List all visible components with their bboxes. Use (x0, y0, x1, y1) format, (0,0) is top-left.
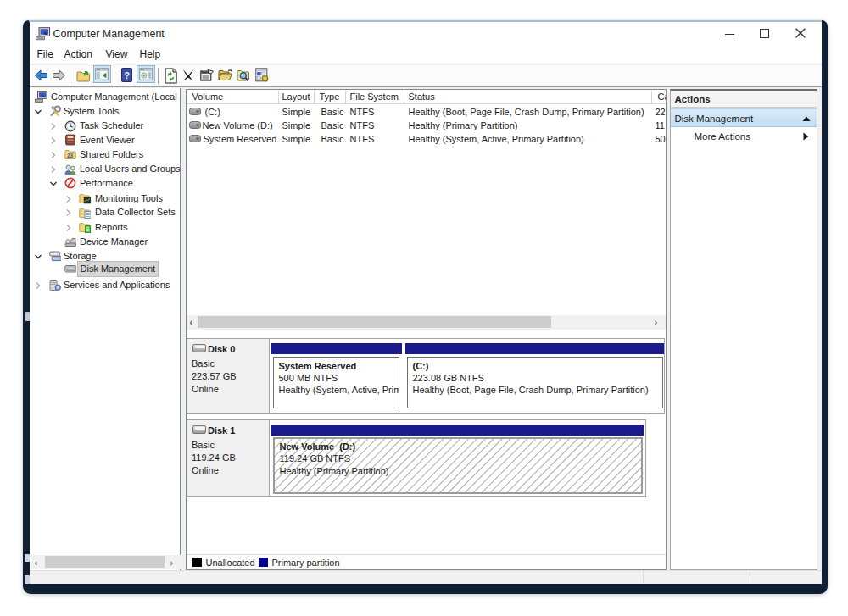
svg-text:?: ? (124, 70, 130, 80)
svg-text:23: 23 (67, 153, 74, 158)
